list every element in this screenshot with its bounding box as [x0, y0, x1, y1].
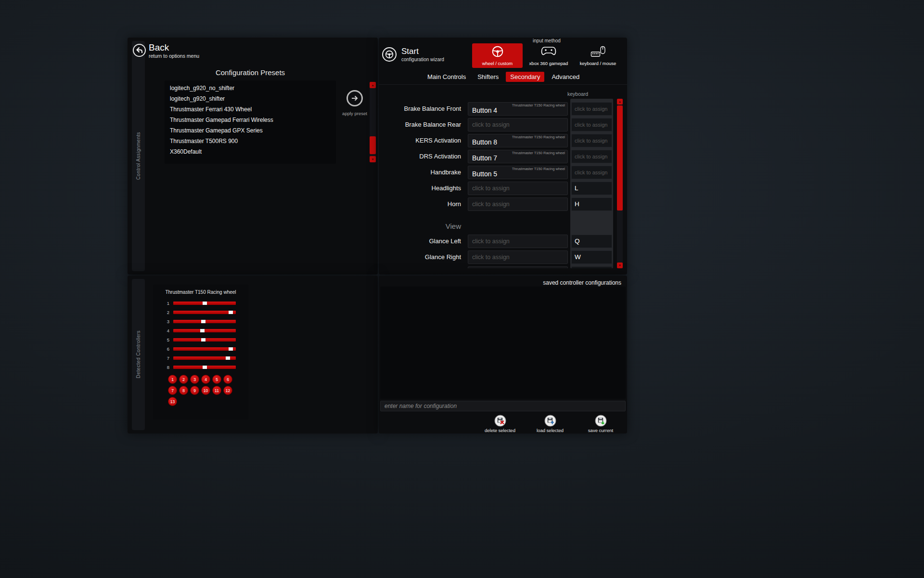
preset-item[interactable]: Thrustmaster T500RS 900: [165, 136, 336, 146]
key-value: Q: [575, 237, 580, 245]
delete-selected-button[interactable]: delete selected: [478, 415, 522, 433]
configuration-name-input[interactable]: [380, 401, 626, 411]
device-label: Thrustmaster T150 Racing wheel: [512, 167, 565, 171]
controller-binding[interactable]: click to assign: [468, 235, 568, 248]
controller-binding[interactable]: Thrustmaster T150 Racing wheel Button 4: [468, 102, 568, 116]
controller-binding[interactable]: click to assign: [468, 197, 568, 211]
controller-button-indicator: 9: [190, 386, 199, 395]
assignment-label: KERS Activation: [379, 137, 464, 144]
input-method-xbox-gamepad[interactable]: xbox 360 gamepad: [524, 43, 574, 68]
start-wizard-title[interactable]: Start: [401, 47, 419, 56]
saved-configurations-list[interactable]: [380, 287, 626, 399]
controller-binding[interactable]: [468, 266, 568, 269]
axis-indicator: [229, 311, 233, 314]
input-method-label: wheel / custom: [482, 61, 513, 66]
axis-row: 3: [160, 317, 236, 326]
wizard-wheel-icon: [385, 50, 394, 59]
load-config-icon: [544, 415, 556, 427]
controller-button-indicator: 1: [168, 375, 177, 384]
back-subtitle: return to options menu: [149, 53, 199, 59]
scroll-up-button[interactable]: ▲: [370, 82, 376, 88]
scroll-thumb[interactable]: [617, 105, 623, 210]
control-assignments-label: Control Assignments: [136, 132, 141, 180]
preset-item[interactable]: logitech_g920_shifter: [165, 93, 336, 104]
load-selected-button[interactable]: load selected: [528, 415, 572, 433]
keyboard-binding[interactable]: H: [571, 197, 612, 211]
assignments-scrollbar[interactable]: ▲ ▼: [617, 99, 623, 268]
input-method-wheel-custom[interactable]: wheel / custom: [472, 43, 523, 68]
assignment-label: Glance Left: [379, 237, 464, 245]
tab-shifters[interactable]: Shifters: [473, 72, 503, 82]
keyboard-binding[interactable]: click to assign: [571, 102, 612, 116]
axis-row: 2: [160, 308, 236, 317]
delete-config-icon: [494, 415, 506, 427]
input-method-label: keyboard / mouse: [580, 61, 616, 66]
controller-binding[interactable]: click to assign: [468, 182, 568, 195]
control-assignments-panel: Control Assignments Back return to optio…: [128, 38, 378, 275]
keyboard-binding[interactable]: Q: [571, 235, 612, 248]
keyboard-binding[interactable]: click to assign: [571, 118, 612, 131]
axis-indicator: [203, 302, 207, 305]
controller-button-indicator: 11: [212, 386, 221, 395]
assignment-label: Headlights: [379, 184, 464, 192]
back-button[interactable]: [133, 44, 146, 57]
axis-bar: [173, 302, 236, 305]
scroll-down-button[interactable]: ▼: [617, 263, 623, 268]
axis-indicator: [201, 338, 205, 342]
key-value: click to assign: [575, 154, 607, 159]
detected-controllers-panel: Detected Controllers Thrustmaster T150 R…: [128, 276, 378, 434]
keyboard-binding[interactable]: click to assign: [571, 134, 612, 147]
tab-advanced[interactable]: Advanced: [547, 72, 584, 82]
controller-binding[interactable]: click to assign: [468, 250, 568, 264]
controller-button-indicator: 10: [201, 386, 210, 395]
preset-item[interactable]: Thrustmaster Gamepad Ferrari Wireless: [165, 115, 336, 125]
axis-bar: [173, 320, 236, 323]
preset-item[interactable]: Thrustmaster Gamepad GPX Series: [165, 125, 336, 136]
back-title[interactable]: Back: [149, 42, 169, 53]
input-method-label: xbox 360 gamepad: [529, 61, 568, 66]
binding-value: click to assign: [472, 254, 510, 261]
scroll-down-button[interactable]: ▼: [370, 156, 376, 162]
start-wizard-button[interactable]: [382, 47, 397, 62]
keyboard-binding[interactable]: W: [571, 250, 612, 264]
controller-binding[interactable]: Thrustmaster T150 Racing wheel Button 7: [468, 150, 568, 163]
scroll-up-button[interactable]: ▲: [617, 99, 623, 105]
axis-number: 3: [160, 319, 173, 324]
preset-item[interactable]: X360Default: [165, 146, 336, 157]
controller-binding[interactable]: click to assign: [468, 118, 568, 131]
axis-number: 8: [160, 365, 173, 370]
assignment-label: Handbrake: [379, 169, 464, 176]
axis-number: 7: [160, 355, 173, 361]
assignment-label: Glance Right: [379, 253, 464, 261]
tab-main-controls[interactable]: Main Controls: [423, 72, 470, 82]
controller-buttons: 1 2 3 4 5 6 7 8 9 10 11 12: [168, 375, 235, 406]
input-method-keyboard-mouse[interactable]: keyboard / mouse: [575, 43, 621, 68]
keyboard-binding[interactable]: click to assign: [571, 166, 612, 179]
apply-preset-button[interactable]: [346, 90, 363, 106]
controller-binding[interactable]: Thrustmaster T150 Racing wheel Button 8: [468, 134, 568, 147]
preset-item[interactable]: Thrustmaster Ferrari 430 Wheel: [165, 104, 336, 115]
controller-button-indicator: 6: [223, 375, 232, 384]
action-label: save current: [588, 428, 613, 433]
scroll-thumb[interactable]: [370, 136, 376, 154]
gamepad-icon: [540, 45, 557, 57]
assignment-row: DRS Activation Thrustmaster T150 Racing …: [379, 148, 615, 164]
tab-secondary[interactable]: Secondary: [506, 72, 544, 82]
axis-number: 2: [160, 310, 173, 315]
preset-list-scrollbar[interactable]: ▲ ▼: [370, 82, 376, 162]
axis-indicator: [201, 320, 205, 323]
save-current-button[interactable]: save current: [579, 415, 622, 433]
preset-item[interactable]: logitech_g920_no_shifter: [165, 83, 336, 93]
keyboard-binding[interactable]: click to assign: [571, 150, 612, 163]
binding-value: Button 8: [472, 138, 497, 146]
controller-binding[interactable]: Thrustmaster T150 Racing wheel Button 5: [468, 166, 568, 179]
action-label: load selected: [537, 428, 564, 433]
axis-bar: [173, 338, 236, 342]
axis-indicator: [203, 366, 207, 369]
keyboard-binding[interactable]: [571, 266, 612, 269]
detected-controllers-label: Detected Controllers: [136, 330, 141, 378]
start-wizard-subtitle: configuration wizard: [401, 57, 444, 62]
axis-row: 6: [160, 344, 236, 354]
binding-value: Button 4: [472, 106, 497, 114]
keyboard-binding[interactable]: L: [571, 182, 612, 195]
